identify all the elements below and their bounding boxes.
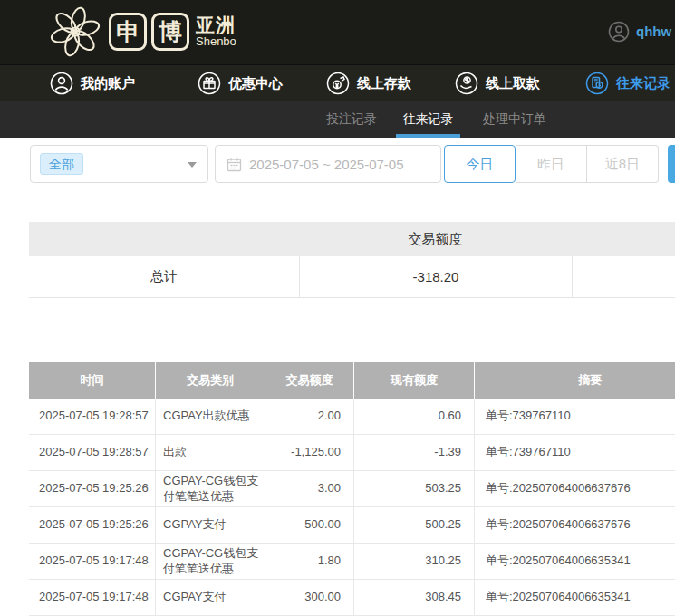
page: 申 博 亚洲 Shenbo qhhw bbox=[0, 0, 675, 616]
withdraw-icon bbox=[455, 72, 478, 95]
summary-total-row: 总计 -318.20 bbox=[29, 256, 675, 298]
tab-label: 投注记录 bbox=[326, 111, 377, 128]
site-logo[interactable]: 申 博 亚洲 Shenbo bbox=[47, 4, 236, 60]
cell-type: CGPAY支付 bbox=[155, 507, 265, 543]
quick-date-buttons: 今日 昨日 近8日 bbox=[444, 145, 659, 183]
nav-label: 优惠中心 bbox=[228, 75, 283, 92]
calendar-icon bbox=[227, 157, 242, 172]
cell-balance: 308.45 bbox=[353, 580, 474, 615]
cell-type: CGPAY出款优惠 bbox=[155, 399, 265, 434]
date-range-value: 2025-07-05 ~ 2025-07-05 bbox=[249, 157, 404, 172]
cell-amount: 500.00 bbox=[265, 507, 353, 543]
search-button[interactable] bbox=[668, 145, 675, 183]
tab-label: 处理中订单 bbox=[483, 111, 546, 128]
logo-char-bo: 博 bbox=[151, 13, 189, 51]
cell-time: 2025-07-05 19:28:57 bbox=[29, 399, 155, 434]
nav-item-deposit[interactable]: 线上存款 bbox=[326, 65, 411, 101]
cell-balance: 500.25 bbox=[353, 507, 474, 543]
col-header-balance: 现有额度 bbox=[353, 362, 474, 399]
logo-wordmark: 亚洲 Shenbo bbox=[196, 15, 236, 48]
avatar-icon[interactable] bbox=[608, 21, 630, 43]
tab-label: 往来记录 bbox=[403, 111, 454, 128]
date-range-input[interactable]: 2025-07-05 ~ 2025-07-05 bbox=[215, 145, 441, 183]
cell-summary: 单号:202507064006637676 bbox=[474, 471, 675, 506]
transaction-row: 2025-07-05 19:17:48CGPAY支付300.00308.45单号… bbox=[29, 580, 675, 616]
nav-label: 往来记录 bbox=[616, 75, 670, 92]
transactions-table: 时间 交易类别 交易额度 现有额度 摘要 2025-07-05 19:28:57… bbox=[29, 362, 675, 616]
transactions-header-row: 时间 交易类别 交易额度 现有额度 摘要 bbox=[29, 362, 675, 399]
cell-time: 2025-07-05 19:25:26 bbox=[29, 507, 155, 543]
active-tab-underline bbox=[396, 134, 460, 138]
cell-summary: 单号:202507064006635341 bbox=[474, 580, 675, 615]
button-label: 今日 bbox=[467, 156, 494, 173]
cell-balance: 0.60 bbox=[353, 399, 474, 434]
nav-item-promotions[interactable]: 优惠中心 bbox=[198, 65, 283, 101]
last-8-days-button[interactable]: 近8日 bbox=[587, 145, 659, 183]
cell-balance: -1.39 bbox=[353, 435, 474, 470]
cell-time: 2025-07-05 19:17:48 bbox=[29, 580, 155, 615]
summary-header-amount: 交易额度 bbox=[299, 222, 572, 256]
cell-type: CGPAY支付 bbox=[155, 580, 265, 615]
summary-header-row: 交易额度 bbox=[29, 222, 675, 256]
logo-region-text: 亚洲 bbox=[196, 15, 236, 35]
user-icon bbox=[50, 72, 73, 95]
username[interactable]: qhhw bbox=[636, 24, 671, 39]
main-nav: 我的账户 优惠中心 bbox=[0, 64, 675, 101]
cell-amount: 3.00 bbox=[265, 471, 353, 506]
transaction-row: 2025-07-05 19:28:57出款-1,125.00-1.39单号:73… bbox=[29, 435, 675, 471]
category-selected-tag[interactable]: 全部 bbox=[40, 153, 83, 175]
tab-bet-records[interactable]: 投注记录 bbox=[319, 101, 384, 138]
top-header: 申 博 亚洲 Shenbo qhhw bbox=[0, 0, 675, 64]
category-select[interactable]: 全部 bbox=[30, 145, 208, 183]
cell-type: 出款 bbox=[155, 435, 265, 470]
chevron-down-icon bbox=[188, 162, 197, 168]
nav-label: 我的账户 bbox=[81, 75, 135, 92]
col-header-time: 时间 bbox=[29, 362, 155, 399]
cell-amount: 1.80 bbox=[265, 544, 353, 579]
transaction-row: 2025-07-05 19:25:26CGPAY支付500.00500.25单号… bbox=[29, 507, 675, 544]
button-label: 昨日 bbox=[537, 156, 564, 173]
transactions-body: 2025-07-05 19:28:57CGPAY出款优惠2.000.60单号:7… bbox=[29, 399, 675, 616]
filter-row: 全部 2025-07-05 ~ 2025-07-05 bbox=[0, 145, 675, 183]
yesterday-button[interactable]: 昨日 bbox=[516, 145, 587, 183]
transaction-row: 2025-07-05 19:28:57CGPAY出款优惠2.000.60单号:7… bbox=[29, 399, 675, 435]
cell-summary: 单号:202507064006637676 bbox=[474, 507, 675, 543]
cell-summary: 单号:202507064006635341 bbox=[474, 544, 675, 579]
records-icon bbox=[585, 72, 609, 95]
nav-item-transaction-records[interactable]: 往来记录 bbox=[585, 65, 670, 101]
summary-table: 交易额度 总计 -318.20 bbox=[29, 222, 675, 298]
nav-label: 线上存款 bbox=[357, 75, 411, 92]
cell-amount: -1,125.00 bbox=[265, 435, 353, 470]
logo-char-shen: 申 bbox=[109, 13, 147, 51]
summary-total-label: 总计 bbox=[29, 256, 299, 297]
cell-type: CGPAY-CG钱包支付笔笔送优惠 bbox=[155, 544, 265, 579]
cell-balance: 310.25 bbox=[353, 544, 474, 579]
cell-type: CGPAY-CG钱包支付笔笔送优惠 bbox=[155, 471, 265, 506]
cell-time: 2025-07-05 19:28:57 bbox=[29, 435, 155, 470]
col-header-summary: 摘要 bbox=[474, 362, 675, 399]
cell-amount: 300.00 bbox=[265, 580, 353, 615]
flower-icon bbox=[47, 4, 103, 60]
gift-icon bbox=[198, 72, 221, 95]
record-tabs: 投注记录 往来记录 处理中订单 bbox=[0, 101, 675, 138]
summary-empty-cell bbox=[572, 256, 675, 297]
col-header-type: 交易类别 bbox=[155, 362, 265, 399]
summary-header-empty bbox=[29, 222, 299, 256]
summary-header-empty bbox=[572, 222, 675, 256]
col-header-amount: 交易额度 bbox=[265, 362, 353, 399]
cell-balance: 503.25 bbox=[353, 471, 474, 506]
logo-subtitle: Shenbo bbox=[196, 35, 236, 48]
cell-amount: 2.00 bbox=[265, 399, 353, 434]
logo-characters: 申 博 bbox=[109, 13, 189, 51]
today-button[interactable]: 今日 bbox=[444, 145, 516, 183]
cell-summary: 单号:739767110 bbox=[474, 435, 675, 470]
tab-pending-orders[interactable]: 处理中订单 bbox=[476, 101, 554, 138]
tab-transaction-records[interactable]: 往来记录 bbox=[396, 101, 460, 138]
deposit-icon bbox=[326, 72, 350, 95]
nav-item-withdraw[interactable]: 线上取款 bbox=[455, 65, 540, 101]
nav-item-my-account[interactable]: 我的账户 bbox=[50, 65, 135, 101]
nav-label: 线上取款 bbox=[486, 75, 540, 92]
summary-total-value: -318.20 bbox=[299, 256, 572, 297]
transaction-row: 2025-07-05 19:17:48CGPAY-CG钱包支付笔笔送优惠1.80… bbox=[29, 544, 675, 580]
transaction-row: 2025-07-05 19:25:26CGPAY-CG钱包支付笔笔送优惠3.00… bbox=[29, 471, 675, 507]
